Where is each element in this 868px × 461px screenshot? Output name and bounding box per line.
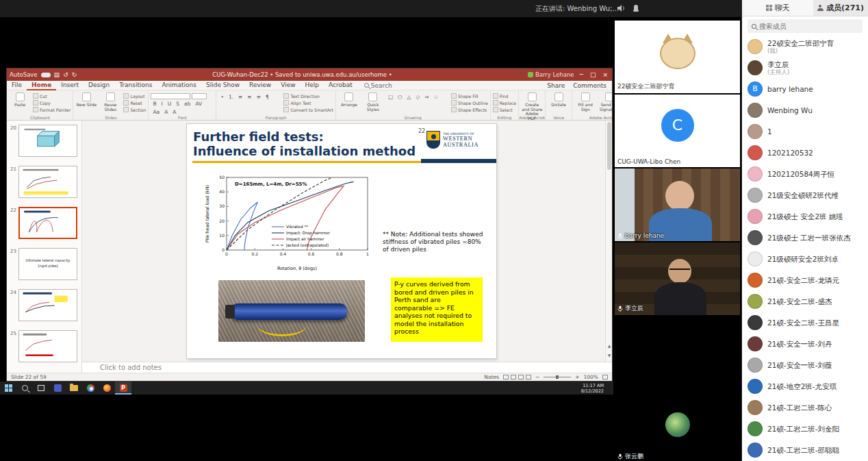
ribbon-button[interactable]: Send for Signature [598,92,612,112]
ribbon-toggle[interactable]: ⇒ [422,93,431,101]
ribbon-toggle[interactable]: U [166,100,174,108]
member-row[interactable]: 1202120532 [742,142,868,163]
slide-thumbnail-21[interactable]: 21 [8,166,79,198]
ribbon-toggle[interactable]: ab [182,100,192,108]
slide-thumbnail-22[interactable]: 22 [8,207,79,239]
ribbon-command[interactable]: Shape Outline [451,100,488,106]
member-search[interactable] [748,19,863,33]
member-row[interactable]: 21硕-安全二班-盛杰 [742,290,868,312]
view-normal-icon[interactable] [503,375,509,379]
menu-tab-review[interactable]: Review [244,81,276,90]
thumbnail-preview[interactable] [18,289,77,321]
video-tile[interactable]: 张云鹏 [615,390,740,461]
undo-icon[interactable]: ↺ [63,71,68,78]
member-row[interactable]: 21级硕士 安全2班 姚瑶 [742,205,868,227]
member-row[interactable]: 1 [742,121,868,142]
member-row[interactable]: Bbarry lehane [742,78,868,99]
ribbon-button[interactable]: Dictate [548,92,570,108]
ribbon-command[interactable]: Align Text [283,100,333,106]
powerpoint-icon[interactable]: P [115,382,131,395]
ribbon-toggle[interactable]: ≡ [255,93,263,101]
notes-pane[interactable]: Click to add notes [82,362,612,373]
next-slide-button[interactable]: ▼ [606,351,612,360]
ribbon-command[interactable]: Reset [123,100,146,106]
zoom-slider[interactable] [544,377,571,377]
restore-button[interactable]: □ [590,71,596,78]
ribbon-command[interactable]: Replace [493,100,516,106]
ribbon-command[interactable]: Select [493,107,516,113]
taskbar-search-button[interactable] [16,382,33,395]
ribbon-toggle[interactable]: B [151,100,158,108]
slide-thumbnail-24[interactable]: 24 [8,289,79,321]
ribbon-toggle[interactable]: ☆ [431,93,440,101]
menu-tab-acrobat[interactable]: Acrobat [324,81,357,90]
member-row[interactable]: 李立辰(主持人) [742,57,868,78]
member-row[interactable]: 21级硕研安全2班刘卓 [742,248,868,269]
ribbon-toggle[interactable]: ◇ [413,93,422,101]
ribbon-command[interactable]: Shape Fill [451,93,488,99]
ribbon-toggle[interactable]: ≡ [236,93,244,101]
member-row[interactable]: 21硕-安全一班-刘丹 [742,333,868,354]
menu-tab-view[interactable]: View [276,81,300,90]
speaker-icon[interactable] [616,3,626,13]
previous-slide-button[interactable]: ▲ [606,341,612,351]
thumbnail-preview[interactable] [18,207,77,239]
menu-tab-home[interactable]: Home [27,81,56,90]
share-button[interactable]: Share [547,82,565,89]
ribbon-search[interactable]: Search [364,82,392,89]
member-row[interactable]: 21硕-工岩二班-邵聪聪 [742,439,868,460]
video-tile[interactable]: 22硕安全二班邵宁育 [615,21,740,93]
ribbon-command[interactable]: Copy [33,100,71,106]
member-row[interactable]: 1202120584周子恒 [742,163,868,184]
close-button[interactable]: × [602,71,608,78]
member-row[interactable]: 22硕安全二班邵宁育(我) [742,36,868,57]
raise-hand-icon[interactable] [631,3,641,13]
ribbon-toggle[interactable]: □ [386,93,395,101]
redo-icon[interactable]: ↻ [72,71,77,78]
member-row[interactable]: 21硕-安全二班-龙璘元 [742,269,868,290]
member-row[interactable]: 21硕-安全二班-王昌星 [742,312,868,333]
menu-tab-design[interactable]: Design [84,81,114,90]
tab-chat[interactable]: 聊天 [742,0,813,16]
ribbon-command[interactable]: Convert to SmartArt [283,107,333,113]
view-slideshow-icon[interactable] [526,375,531,379]
ribbon-toggle[interactable]: AV [193,100,204,108]
save-icon[interactable]: ▤ [54,71,60,78]
menu-tab-help[interactable]: Help [301,81,324,90]
member-row[interactable]: 21硕-地空2班-尤安琪 [742,375,868,397]
member-row[interactable]: 21硕-工岩二班-陈心 [742,397,868,418]
start-button[interactable] [0,382,16,395]
menu-tab-transitions[interactable]: Transitions [114,81,157,90]
ribbon-toggle[interactable]: ≡ [245,93,253,101]
ribbon-button[interactable]: Arrange [338,92,360,108]
account-name[interactable]: Barry Lehane [535,71,574,78]
member-row[interactable]: 21级安全硕研2班代维 [742,184,868,205]
ribbon-command[interactable]: Format Painter [33,107,71,113]
zoom-out-button[interactable]: − [535,374,539,380]
ribbon-command[interactable]: Find [493,93,516,99]
video-tile[interactable]: 李立辰 [615,242,740,315]
minimize-button[interactable]: ─ [580,71,583,78]
ribbon-toggle[interactable]: • [218,93,225,101]
ribbon-toggle[interactable]: I [159,100,165,108]
ribbon-toggle[interactable]: S [174,100,181,108]
file-explorer-icon[interactable] [66,382,82,395]
font-size-box[interactable] [192,93,207,99]
member-row[interactable]: Wenbing Wu [742,99,868,121]
ribbon-toggle[interactable]: ¶ [264,93,271,101]
member-row[interactable]: 21级硕士 工岩一班张依杰 [742,227,868,248]
thumbnail-preview[interactable] [18,125,77,157]
notes-toggle-button[interactable]: Notes [484,374,499,380]
view-reading-icon[interactable] [518,375,524,379]
taskbar-clock[interactable]: 11:17 AM 8/12/2022 [581,383,604,394]
ribbon-button[interactable]: Paste [9,92,31,108]
video-tile[interactable]: barry lehane [615,169,740,241]
menu-tab-file[interactable]: File [7,81,27,90]
autosave-toggle[interactable] [41,73,51,77]
thumbnail-preview[interactable]: Ultimate lateral capacity(rigid piles) [18,248,77,280]
chrome-icon[interactable] [82,382,99,395]
member-row[interactable]: 21硕-工岩二班-刘金阳 [742,418,868,439]
ribbon-button[interactable]: Fill and Sign [574,92,596,112]
member-row[interactable]: 21硕-安全一班-刘薇 [742,354,868,375]
slide-thumbnail-25[interactable]: 25 [8,330,79,362]
